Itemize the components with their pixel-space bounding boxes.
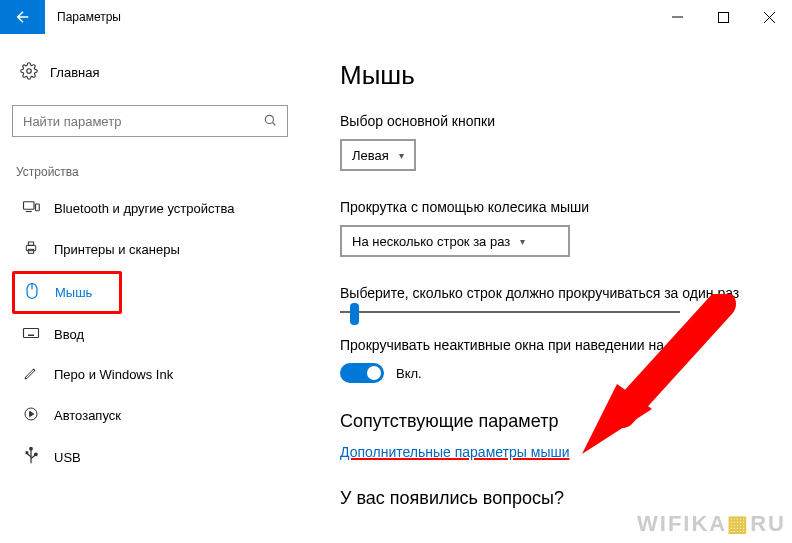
page-title: Мышь [340, 60, 762, 91]
search-input[interactable] [12, 105, 288, 137]
chevron-down-icon: ▾ [399, 150, 404, 161]
primary-button-label: Выбор основной кнопки [340, 113, 762, 129]
svg-point-4 [27, 69, 32, 74]
pen-icon [22, 365, 40, 384]
sidebar-item-mouse[interactable]: Мышь [12, 271, 122, 314]
scroll-mode-label: Прокрутка с помощью колесика мыши [340, 199, 762, 215]
sidebar-item-typing[interactable]: Ввод [12, 316, 288, 353]
keyboard-icon [22, 326, 40, 343]
sidebar-item-label: Перо и Windows Ink [54, 367, 173, 382]
svg-rect-8 [36, 204, 40, 211]
sidebar-item-label: Ввод [54, 327, 84, 342]
svg-rect-11 [28, 242, 33, 245]
svg-rect-25 [26, 452, 28, 454]
back-button[interactable] [0, 0, 45, 34]
related-heading: Сопутствующие параметр [340, 411, 762, 432]
svg-point-5 [265, 115, 273, 123]
sidebar-item-printers[interactable]: Принтеры и сканеры [12, 230, 288, 269]
inactive-hover-toggle[interactable] [340, 363, 384, 383]
sidebar-item-label: Bluetooth и другие устройства [54, 201, 234, 216]
sidebar-item-label: Принтеры и сканеры [54, 242, 180, 257]
inactive-hover-label: Прокручивать неактивные окна при наведен… [340, 337, 762, 353]
devices-icon [22, 199, 40, 218]
additional-mouse-options-link[interactable]: Дополнительные параметры мыши [340, 444, 762, 460]
slider-thumb[interactable] [350, 303, 359, 325]
svg-rect-10 [26, 245, 35, 250]
svg-point-26 [35, 453, 37, 455]
maximize-button[interactable] [700, 0, 746, 34]
svg-point-24 [30, 447, 32, 449]
svg-marker-22 [30, 411, 34, 416]
svg-rect-7 [24, 202, 35, 210]
autoplay-icon [22, 406, 40, 425]
close-button[interactable] [746, 0, 792, 34]
scroll-mode-select[interactable]: На несколько строк за раз ▾ [340, 225, 570, 257]
minimize-button[interactable] [654, 0, 700, 34]
sidebar: Главная Устройства Bluetooth и другие ус… [0, 34, 300, 543]
sidebar-item-usb[interactable]: USB [12, 437, 288, 478]
sidebar-item-pen[interactable]: Перо и Windows Ink [12, 355, 288, 394]
questions-heading: У вас появились вопросы? [340, 488, 762, 509]
sidebar-item-label: Мышь [55, 285, 92, 300]
svg-line-6 [272, 122, 275, 125]
main-panel: Мышь Выбор основной кнопки Левая ▾ Прокр… [300, 34, 792, 543]
search-icon [263, 113, 277, 130]
chevron-down-icon: ▾ [520, 236, 525, 247]
primary-button-select[interactable]: Левая ▾ [340, 139, 416, 171]
search-field[interactable] [23, 114, 263, 129]
sidebar-home-label: Главная [50, 65, 99, 80]
printer-icon [22, 240, 40, 259]
svg-rect-15 [24, 329, 39, 338]
window-title: Параметры [45, 0, 121, 34]
watermark: WIFIKA▦RU [637, 511, 786, 537]
gear-icon [20, 62, 38, 83]
sidebar-item-label: USB [54, 450, 81, 465]
sidebar-category: Устройства [16, 165, 288, 179]
mouse-icon [23, 282, 41, 303]
sidebar-home[interactable]: Главная [12, 56, 288, 89]
sidebar-item-label: Автозапуск [54, 408, 121, 423]
sidebar-item-autoplay[interactable]: Автозапуск [12, 396, 288, 435]
svg-rect-1 [718, 12, 728, 22]
scroll-lines-label: Выберите, сколько строк должно прокручив… [340, 285, 762, 301]
sidebar-item-bluetooth[interactable]: Bluetooth и другие устройства [12, 189, 288, 228]
usb-icon [22, 447, 40, 468]
scroll-lines-slider[interactable] [340, 311, 680, 313]
select-value: На несколько строк за раз [352, 234, 510, 249]
toggle-state: Вкл. [396, 366, 422, 381]
svg-rect-12 [28, 249, 33, 253]
select-value: Левая [352, 148, 389, 163]
toggle-knob [367, 366, 381, 380]
